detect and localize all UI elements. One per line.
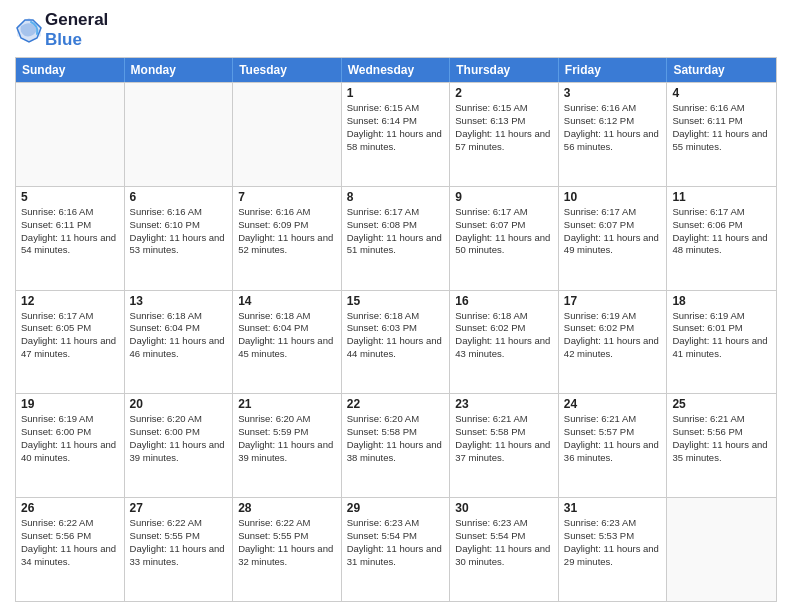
calendar-cell: 30Sunrise: 6:23 AMSunset: 5:54 PMDayligh… (450, 498, 559, 601)
day-number: 5 (21, 190, 119, 204)
calendar-cell: 29Sunrise: 6:23 AMSunset: 5:54 PMDayligh… (342, 498, 451, 601)
day-info: Sunrise: 6:21 AMSunset: 5:57 PMDaylight:… (564, 413, 662, 464)
day-number: 6 (130, 190, 228, 204)
day-info: Sunrise: 6:16 AMSunset: 6:09 PMDaylight:… (238, 206, 336, 257)
calendar-cell: 19Sunrise: 6:19 AMSunset: 6:00 PMDayligh… (16, 394, 125, 497)
calendar-body: 1Sunrise: 6:15 AMSunset: 6:14 PMDaylight… (16, 82, 776, 601)
calendar-cell: 23Sunrise: 6:21 AMSunset: 5:58 PMDayligh… (450, 394, 559, 497)
day-info: Sunrise: 6:20 AMSunset: 5:59 PMDaylight:… (238, 413, 336, 464)
day-number: 20 (130, 397, 228, 411)
day-info: Sunrise: 6:15 AMSunset: 6:13 PMDaylight:… (455, 102, 553, 153)
calendar-row-2: 5Sunrise: 6:16 AMSunset: 6:11 PMDaylight… (16, 186, 776, 290)
weekday-header-monday: Monday (125, 58, 234, 82)
day-info: Sunrise: 6:22 AMSunset: 5:55 PMDaylight:… (130, 517, 228, 568)
day-info: Sunrise: 6:20 AMSunset: 5:58 PMDaylight:… (347, 413, 445, 464)
calendar-cell (16, 83, 125, 186)
calendar-cell: 14Sunrise: 6:18 AMSunset: 6:04 PMDayligh… (233, 291, 342, 394)
day-number: 10 (564, 190, 662, 204)
calendar-row-5: 26Sunrise: 6:22 AMSunset: 5:56 PMDayligh… (16, 497, 776, 601)
calendar-cell: 27Sunrise: 6:22 AMSunset: 5:55 PMDayligh… (125, 498, 234, 601)
calendar-cell: 26Sunrise: 6:22 AMSunset: 5:56 PMDayligh… (16, 498, 125, 601)
calendar-cell: 15Sunrise: 6:18 AMSunset: 6:03 PMDayligh… (342, 291, 451, 394)
calendar-cell (125, 83, 234, 186)
calendar-cell: 6Sunrise: 6:16 AMSunset: 6:10 PMDaylight… (125, 187, 234, 290)
day-info: Sunrise: 6:23 AMSunset: 5:54 PMDaylight:… (455, 517, 553, 568)
day-number: 2 (455, 86, 553, 100)
calendar-cell: 10Sunrise: 6:17 AMSunset: 6:07 PMDayligh… (559, 187, 668, 290)
calendar-cell: 18Sunrise: 6:19 AMSunset: 6:01 PMDayligh… (667, 291, 776, 394)
day-number: 30 (455, 501, 553, 515)
day-info: Sunrise: 6:20 AMSunset: 6:00 PMDaylight:… (130, 413, 228, 464)
day-info: Sunrise: 6:18 AMSunset: 6:04 PMDaylight:… (130, 310, 228, 361)
weekday-header-friday: Friday (559, 58, 668, 82)
logo-icon (15, 16, 43, 44)
calendar-cell: 17Sunrise: 6:19 AMSunset: 6:02 PMDayligh… (559, 291, 668, 394)
day-number: 19 (21, 397, 119, 411)
day-info: Sunrise: 6:16 AMSunset: 6:11 PMDaylight:… (672, 102, 771, 153)
day-number: 23 (455, 397, 553, 411)
day-info: Sunrise: 6:16 AMSunset: 6:11 PMDaylight:… (21, 206, 119, 257)
calendar-cell: 25Sunrise: 6:21 AMSunset: 5:56 PMDayligh… (667, 394, 776, 497)
day-info: Sunrise: 6:18 AMSunset: 6:02 PMDaylight:… (455, 310, 553, 361)
calendar-cell: 28Sunrise: 6:22 AMSunset: 5:55 PMDayligh… (233, 498, 342, 601)
calendar-cell (233, 83, 342, 186)
day-info: Sunrise: 6:19 AMSunset: 6:02 PMDaylight:… (564, 310, 662, 361)
day-number: 4 (672, 86, 771, 100)
day-info: Sunrise: 6:16 AMSunset: 6:10 PMDaylight:… (130, 206, 228, 257)
day-number: 7 (238, 190, 336, 204)
day-info: Sunrise: 6:21 AMSunset: 5:56 PMDaylight:… (672, 413, 771, 464)
calendar-cell: 9Sunrise: 6:17 AMSunset: 6:07 PMDaylight… (450, 187, 559, 290)
day-number: 12 (21, 294, 119, 308)
calendar-cell: 22Sunrise: 6:20 AMSunset: 5:58 PMDayligh… (342, 394, 451, 497)
calendar-cell: 2Sunrise: 6:15 AMSunset: 6:13 PMDaylight… (450, 83, 559, 186)
calendar-cell: 16Sunrise: 6:18 AMSunset: 6:02 PMDayligh… (450, 291, 559, 394)
day-info: Sunrise: 6:17 AMSunset: 6:07 PMDaylight:… (455, 206, 553, 257)
calendar-cell: 31Sunrise: 6:23 AMSunset: 5:53 PMDayligh… (559, 498, 668, 601)
day-number: 1 (347, 86, 445, 100)
weekday-header-thursday: Thursday (450, 58, 559, 82)
calendar-cell: 5Sunrise: 6:16 AMSunset: 6:11 PMDaylight… (16, 187, 125, 290)
calendar-row-1: 1Sunrise: 6:15 AMSunset: 6:14 PMDaylight… (16, 82, 776, 186)
day-info: Sunrise: 6:23 AMSunset: 5:54 PMDaylight:… (347, 517, 445, 568)
day-number: 16 (455, 294, 553, 308)
day-number: 27 (130, 501, 228, 515)
day-number: 8 (347, 190, 445, 204)
day-info: Sunrise: 6:22 AMSunset: 5:55 PMDaylight:… (238, 517, 336, 568)
calendar-cell: 7Sunrise: 6:16 AMSunset: 6:09 PMDaylight… (233, 187, 342, 290)
day-number: 31 (564, 501, 662, 515)
day-number: 21 (238, 397, 336, 411)
day-number: 17 (564, 294, 662, 308)
day-number: 15 (347, 294, 445, 308)
day-info: Sunrise: 6:19 AMSunset: 6:00 PMDaylight:… (21, 413, 119, 464)
logo-text-general: General (45, 10, 108, 30)
calendar-cell: 20Sunrise: 6:20 AMSunset: 6:00 PMDayligh… (125, 394, 234, 497)
day-info: Sunrise: 6:15 AMSunset: 6:14 PMDaylight:… (347, 102, 445, 153)
day-info: Sunrise: 6:17 AMSunset: 6:06 PMDaylight:… (672, 206, 771, 257)
calendar-header: SundayMondayTuesdayWednesdayThursdayFrid… (16, 58, 776, 82)
day-info: Sunrise: 6:17 AMSunset: 6:08 PMDaylight:… (347, 206, 445, 257)
calendar-cell: 3Sunrise: 6:16 AMSunset: 6:12 PMDaylight… (559, 83, 668, 186)
calendar-row-3: 12Sunrise: 6:17 AMSunset: 6:05 PMDayligh… (16, 290, 776, 394)
calendar-cell (667, 498, 776, 601)
day-number: 13 (130, 294, 228, 308)
calendar-row-4: 19Sunrise: 6:19 AMSunset: 6:00 PMDayligh… (16, 393, 776, 497)
day-info: Sunrise: 6:17 AMSunset: 6:07 PMDaylight:… (564, 206, 662, 257)
calendar-cell: 21Sunrise: 6:20 AMSunset: 5:59 PMDayligh… (233, 394, 342, 497)
day-number: 18 (672, 294, 771, 308)
logo-text-blue: Blue (45, 30, 108, 50)
calendar-cell: 11Sunrise: 6:17 AMSunset: 6:06 PMDayligh… (667, 187, 776, 290)
day-number: 26 (21, 501, 119, 515)
calendar-cell: 13Sunrise: 6:18 AMSunset: 6:04 PMDayligh… (125, 291, 234, 394)
weekday-header-wednesday: Wednesday (342, 58, 451, 82)
day-info: Sunrise: 6:19 AMSunset: 6:01 PMDaylight:… (672, 310, 771, 361)
day-info: Sunrise: 6:18 AMSunset: 6:03 PMDaylight:… (347, 310, 445, 361)
day-number: 29 (347, 501, 445, 515)
calendar-cell: 24Sunrise: 6:21 AMSunset: 5:57 PMDayligh… (559, 394, 668, 497)
day-info: Sunrise: 6:22 AMSunset: 5:56 PMDaylight:… (21, 517, 119, 568)
day-number: 24 (564, 397, 662, 411)
day-number: 11 (672, 190, 771, 204)
header: General Blue (15, 10, 777, 49)
day-number: 25 (672, 397, 771, 411)
weekday-header-saturday: Saturday (667, 58, 776, 82)
calendar: SundayMondayTuesdayWednesdayThursdayFrid… (15, 57, 777, 602)
